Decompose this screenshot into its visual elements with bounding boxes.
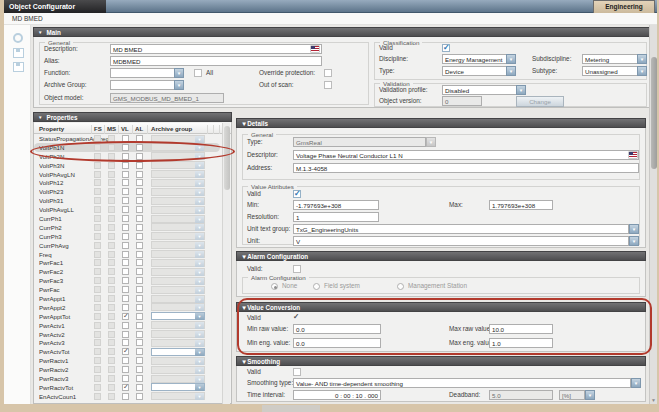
archive-group-dropdown-icon[interactable] — [195, 331, 204, 338]
breadcrumb[interactable]: MD BMED — [12, 15, 43, 22]
discipline-dropdown-icon[interactable] — [506, 54, 516, 64]
fs-checkbox[interactable] — [94, 251, 101, 258]
archive-group-select[interactable] — [151, 197, 205, 205]
archive-group-select[interactable] — [151, 215, 205, 223]
vl-checkbox[interactable] — [122, 322, 129, 329]
archive-group-dropdown-icon[interactable] — [195, 278, 204, 285]
scroll-down-icon[interactable]: ▼ — [651, 397, 656, 403]
ms-checkbox[interactable] — [108, 393, 115, 400]
archive-group-dropdown-icon[interactable] — [195, 260, 204, 267]
archive-group-select[interactable] — [151, 321, 205, 329]
validation-profile-select[interactable]: Disabled — [442, 85, 526, 95]
archive-group-select[interactable] — [151, 295, 205, 303]
al-checkbox[interactable] — [136, 259, 143, 266]
archive-group-dropdown-icon[interactable] — [195, 358, 204, 365]
fs-checkbox[interactable] — [94, 366, 101, 373]
ms-checkbox[interactable] — [108, 277, 115, 284]
ms-checkbox[interactable] — [108, 179, 115, 186]
archive-group-select[interactable] — [151, 268, 205, 276]
ms-checkbox[interactable] — [108, 215, 115, 222]
property-row[interactable]: CurrPh3 — [34, 232, 220, 241]
ms-checkbox[interactable] — [108, 322, 115, 329]
al-checkbox[interactable] — [136, 339, 143, 346]
properties-scrollbar[interactable] — [222, 123, 230, 404]
ms-checkbox[interactable] — [108, 197, 115, 204]
fs-checkbox[interactable] — [94, 188, 101, 195]
vl-checkbox[interactable] — [122, 179, 129, 186]
property-row[interactable]: EnActvCoun1 — [34, 392, 220, 401]
property-row[interactable]: PwrRactvTot — [34, 383, 220, 392]
property-row[interactable]: PwrFac2 — [34, 267, 220, 276]
archive-group-dropdown-icon[interactable] — [195, 207, 204, 214]
archive-group-select[interactable] — [151, 330, 205, 338]
al-checkbox[interactable] — [136, 313, 143, 320]
vl-checkbox[interactable] — [122, 375, 129, 382]
al-checkbox[interactable] — [136, 384, 143, 391]
al-checkbox[interactable] — [136, 233, 143, 240]
col-vl[interactable]: VL — [121, 125, 129, 132]
al-checkbox[interactable] — [136, 295, 143, 302]
alarm-section-header[interactable]: Alarm Configuration — [236, 251, 646, 261]
alarm-valid-checkbox[interactable] — [293, 265, 301, 273]
fs-checkbox[interactable] — [94, 224, 101, 231]
al-checkbox[interactable] — [136, 215, 143, 222]
function-select[interactable] — [110, 68, 184, 78]
fs-checkbox[interactable] — [94, 277, 101, 284]
unit-dropdown-icon[interactable] — [629, 236, 639, 246]
ms-checkbox[interactable] — [108, 357, 115, 364]
fs-checkbox[interactable] — [94, 295, 101, 302]
main-panel-header[interactable]: Main — [33, 27, 651, 37]
vl-checkbox[interactable] — [122, 313, 129, 320]
fs-checkbox[interactable] — [94, 322, 101, 329]
archive-group-dropdown-icon[interactable] — [195, 340, 204, 347]
archive-group-select[interactable] — [151, 348, 205, 356]
alarm-field-system-radio[interactable] — [313, 283, 320, 290]
archive-group-select[interactable] — [151, 339, 205, 347]
archive-group-select[interactable] — [151, 286, 205, 294]
vl-checkbox[interactable] — [122, 251, 129, 258]
vl-checkbox[interactable] — [122, 268, 129, 275]
property-row[interactable]: PwrAppt1 — [34, 294, 220, 303]
smoothing-type-dropdown-icon[interactable] — [631, 378, 641, 388]
fs-checkbox[interactable] — [94, 206, 101, 213]
details-section-header[interactable]: Details — [236, 118, 646, 128]
archive-group-select[interactable] — [151, 383, 205, 391]
archive-group-dropdown-icon[interactable] — [195, 384, 204, 391]
property-row[interactable]: CurrPh1 — [34, 214, 220, 223]
app-title-tab[interactable]: Object Configurator — [4, 0, 106, 13]
al-checkbox[interactable] — [136, 366, 143, 373]
property-row[interactable]: VoltPh12 — [34, 178, 220, 187]
validation-profile-dropdown-icon[interactable] — [516, 85, 526, 95]
property-row[interactable]: PwrRactv1 — [34, 356, 220, 365]
archive-group-select[interactable] — [151, 392, 205, 400]
max-input[interactable]: 1.797693e+308 — [489, 200, 553, 210]
descriptor-input[interactable]: Voltage Phase Neutral Conductor L1 N — [293, 150, 639, 160]
save-as-icon[interactable] — [13, 62, 24, 72]
archive-group-select[interactable] — [151, 303, 205, 311]
col-ms[interactable]: MS — [107, 125, 116, 132]
ms-checkbox[interactable] — [108, 268, 115, 275]
col-fs[interactable]: FS — [94, 125, 102, 132]
ms-checkbox[interactable] — [108, 224, 115, 231]
property-row[interactable]: VoltPhAvgLL — [34, 205, 220, 214]
alarm-none-radio[interactable] — [271, 283, 278, 290]
archive-group-dropdown-icon[interactable] — [195, 171, 204, 178]
al-checkbox[interactable] — [136, 375, 143, 382]
archive-group-select[interactable] — [151, 223, 205, 231]
vl-checkbox[interactable] — [122, 304, 129, 311]
archive-group-select[interactable] — [151, 366, 205, 374]
min-input[interactable]: -1.797693e+308 — [293, 200, 379, 210]
property-row[interactable]: VoltPh3N — [34, 161, 220, 170]
archive-group-dropdown-icon[interactable] — [195, 287, 204, 294]
al-checkbox[interactable] — [136, 179, 143, 186]
col-al[interactable]: AL — [135, 125, 143, 132]
classification-valid-checkbox[interactable] — [442, 44, 450, 52]
fs-checkbox[interactable] — [94, 286, 101, 293]
archive-group-dropdown-icon[interactable] — [195, 242, 204, 249]
type-dropdown-icon[interactable] — [506, 66, 516, 76]
al-checkbox[interactable] — [136, 322, 143, 329]
ms-checkbox[interactable] — [108, 242, 115, 249]
ms-checkbox[interactable] — [108, 188, 115, 195]
property-row[interactable]: CurrPh2 — [34, 223, 220, 232]
ms-checkbox[interactable] — [108, 259, 115, 266]
